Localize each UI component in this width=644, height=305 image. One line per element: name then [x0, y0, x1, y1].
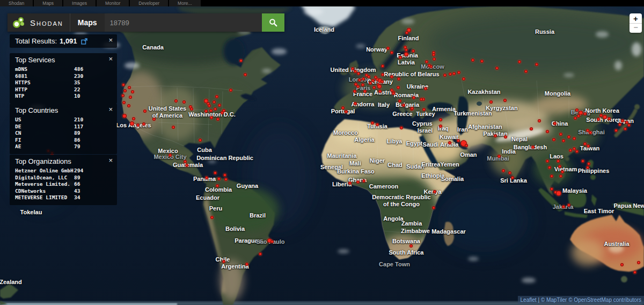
host-marker[interactable]: [128, 86, 131, 89]
facet-label[interactable]: CDNetworks: [15, 188, 74, 195]
host-marker[interactable]: [363, 90, 367, 93]
nav-item-developer[interactable]: Developer: [130, 0, 168, 6]
host-marker[interactable]: [356, 85, 360, 88]
host-marker[interactable]: [213, 100, 216, 104]
host-marker[interactable]: [569, 149, 572, 152]
host-marker[interactable]: [217, 177, 221, 180]
host-marker[interactable]: [624, 127, 627, 130]
host-marker[interactable]: [222, 109, 225, 112]
host-marker[interactable]: [123, 89, 127, 92]
host-marker[interactable]: [559, 133, 562, 136]
host-marker[interactable]: [508, 171, 511, 175]
host-marker[interactable]: [562, 139, 565, 142]
host-marker[interactable]: [558, 165, 561, 168]
host-marker[interactable]: [404, 52, 408, 56]
zoom-in-button[interactable]: +: [630, 13, 642, 24]
host-marker[interactable]: [412, 96, 415, 99]
host-marker[interactable]: [433, 57, 436, 61]
host-marker[interactable]: [259, 252, 262, 256]
maptiler-link[interactable]: © MapTiler: [541, 297, 567, 303]
host-marker[interactable]: [397, 86, 400, 89]
facet-label[interactable]: mDNS: [15, 66, 74, 73]
host-marker[interactable]: [371, 79, 375, 82]
host-marker[interactable]: [400, 126, 403, 129]
host-marker[interactable]: [620, 263, 624, 266]
host-marker[interactable]: [214, 171, 217, 175]
host-marker[interactable]: [169, 154, 172, 157]
host-marker[interactable]: [621, 119, 624, 122]
host-marker[interactable]: [432, 53, 435, 56]
host-marker[interactable]: [223, 173, 226, 177]
osm-link[interactable]: © OpenStreetMap contributors: [568, 297, 641, 303]
nav-item-images[interactable]: Images: [63, 0, 96, 6]
host-marker[interactable]: [559, 175, 562, 178]
host-marker[interactable]: [432, 206, 435, 209]
close-icon[interactable]: ×: [108, 37, 113, 43]
host-marker[interactable]: [548, 166, 551, 169]
host-marker[interactable]: [132, 117, 135, 120]
host-marker[interactable]: [567, 135, 570, 139]
host-marker[interactable]: [353, 90, 356, 93]
host-marker[interactable]: [581, 159, 584, 163]
host-marker[interactable]: [409, 244, 413, 248]
host-marker[interactable]: [216, 118, 219, 121]
host-marker[interactable]: [462, 77, 465, 81]
host-marker[interactable]: [614, 129, 618, 132]
host-marker[interactable]: [480, 60, 484, 63]
host-marker[interactable]: [130, 121, 134, 126]
host-marker[interactable]: [489, 100, 493, 104]
facet-label[interactable]: HTTPS: [15, 79, 74, 86]
host-marker[interactable]: [518, 60, 521, 63]
host-marker[interactable]: [439, 125, 442, 128]
host-marker[interactable]: [497, 155, 501, 158]
host-marker[interactable]: [449, 72, 452, 76]
host-marker[interactable]: [378, 90, 382, 93]
host-marker[interactable]: [381, 73, 384, 76]
host-marker[interactable]: [239, 59, 243, 62]
host-marker[interactable]: [229, 89, 232, 92]
host-marker[interactable]: [205, 176, 208, 179]
host-marker[interactable]: [210, 216, 214, 219]
host-marker[interactable]: [546, 130, 549, 133]
host-marker[interactable]: [376, 123, 379, 126]
host-marker[interactable]: [425, 60, 428, 63]
host-marker[interactable]: [502, 169, 505, 172]
host-marker[interactable]: [152, 118, 156, 121]
host-marker[interactable]: [597, 118, 600, 121]
host-marker[interactable]: [371, 121, 374, 125]
host-marker[interactable]: [420, 98, 423, 101]
facet-label[interactable]: CN: [15, 130, 74, 137]
host-marker[interactable]: [174, 99, 178, 103]
host-marker[interactable]: [341, 106, 345, 110]
facet-label[interactable]: Meteverse Limited.: [15, 181, 74, 188]
host-marker[interactable]: [358, 78, 361, 82]
host-marker[interactable]: [412, 49, 415, 53]
host-marker[interactable]: [392, 92, 395, 95]
host-marker[interactable]: [627, 124, 631, 127]
host-marker[interactable]: [390, 75, 393, 78]
host-marker[interactable]: [573, 137, 576, 140]
nav-item-monitor[interactable]: Monitor: [97, 0, 129, 6]
host-marker[interactable]: [556, 191, 561, 196]
host-marker[interactable]: [381, 64, 384, 68]
host-marker[interactable]: [356, 180, 360, 184]
host-marker[interactable]: [433, 190, 436, 193]
host-marker[interactable]: [637, 261, 640, 264]
host-marker[interactable]: [567, 204, 570, 207]
facet-label[interactable]: Hetzner Online GmbH: [15, 168, 74, 175]
host-marker[interactable]: [190, 107, 193, 111]
facet-label[interactable]: 6881: [15, 73, 74, 80]
host-marker[interactable]: [377, 84, 382, 89]
host-marker[interactable]: [550, 175, 553, 178]
host-marker[interactable]: [562, 205, 565, 208]
host-marker[interactable]: [172, 126, 175, 129]
host-marker[interactable]: [608, 117, 611, 120]
host-marker[interactable]: [424, 87, 427, 90]
close-icon[interactable]: ×: [108, 55, 113, 62]
host-marker[interactable]: [362, 179, 365, 183]
host-marker[interactable]: [583, 112, 587, 115]
host-marker[interactable]: [122, 83, 125, 86]
host-marker[interactable]: [552, 138, 555, 141]
host-marker[interactable]: [143, 110, 147, 113]
host-marker[interactable]: [575, 108, 579, 112]
